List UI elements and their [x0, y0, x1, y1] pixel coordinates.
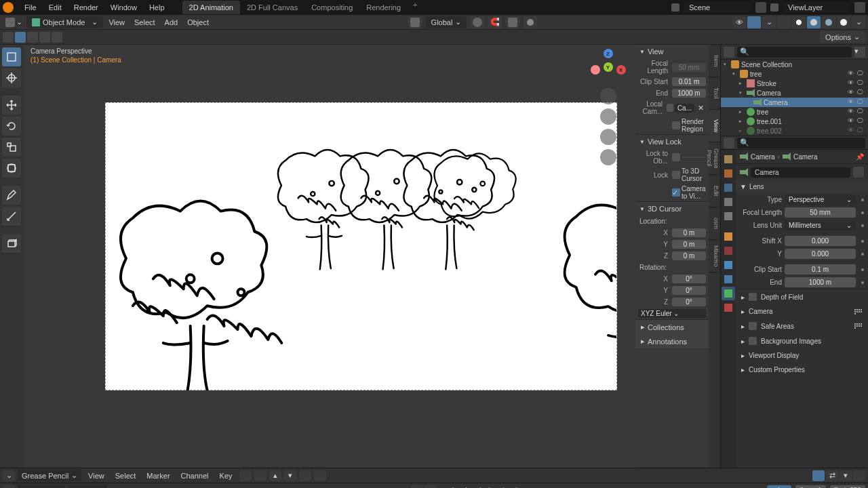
- ntab-tool[interactable]: Tool: [709, 77, 720, 110]
- localcam-eyedropper[interactable]: [667, 104, 673, 112]
- snap-toggle[interactable]: 🧲: [488, 16, 502, 28]
- prop-tab-output[interactable]: [722, 167, 735, 180]
- scene-selector[interactable]: Scene: [684, 2, 751, 13]
- tool-cursor[interactable]: [2, 68, 21, 87]
- tool-settings-btn-5[interactable]: [52, 32, 62, 43]
- tool-settings-btn-2[interactable]: [15, 32, 26, 43]
- tool-select-box[interactable]: [2, 47, 21, 66]
- cursor-rot-y[interactable]: 0°: [672, 286, 706, 295]
- disable-icon[interactable]: 🖵: [857, 108, 865, 116]
- panel-viewlock-header[interactable]: ▼View Lock: [635, 135, 709, 148]
- header-add-menu[interactable]: Add: [161, 17, 182, 28]
- header-view-menu[interactable]: View: [104, 17, 129, 28]
- workspace-tab-rendering[interactable]: Rendering: [359, 1, 408, 14]
- prop-tab-material[interactable]: [722, 301, 735, 314]
- viewport-3d[interactable]: Camera Perspective (1) Scene Collection …: [24, 45, 635, 468]
- shading-material[interactable]: [822, 16, 835, 28]
- dopesheet-summary-toggle[interactable]: [812, 470, 825, 481]
- lens-unit-dropdown[interactable]: Millimeters⌄: [785, 220, 856, 230]
- panel-safeareas-header[interactable]: ▸Safe Areas: [736, 319, 868, 333]
- transform-orientation-icon[interactable]: [408, 16, 422, 28]
- menu-file[interactable]: File: [19, 2, 42, 13]
- outliner-row[interactable]: Camera 👁🖵: [721, 98, 868, 107]
- dopesheet-filter-3[interactable]: [853, 470, 865, 481]
- pan-gizmo[interactable]: [600, 108, 616, 125]
- tool-measure[interactable]: [2, 207, 21, 226]
- jump-end-button[interactable]: [513, 485, 525, 489]
- keyframe-prev-button[interactable]: [458, 485, 471, 489]
- transform-orientation-dropdown[interactable]: Global⌄: [426, 16, 467, 28]
- menu-window[interactable]: Window: [105, 2, 142, 13]
- play-reverse-button[interactable]: [472, 485, 484, 489]
- tool-add-primitive[interactable]: [2, 234, 21, 253]
- panel-annotations-header[interactable]: ▸Annotations: [635, 334, 709, 348]
- autokey-dropdown[interactable]: ⌄: [425, 485, 437, 489]
- breadcrumb-pin-icon[interactable]: 📌: [856, 153, 864, 161]
- orbit-gizmo[interactable]: Z Y X: [591, 49, 626, 84]
- tool-move[interactable]: [2, 96, 21, 115]
- prop-tab-modifier[interactable]: [722, 244, 735, 258]
- menu-edit[interactable]: Edit: [43, 2, 67, 13]
- panel-custom-props-header[interactable]: ▸Custom Properties: [736, 363, 868, 377]
- outliner-row[interactable]: ▸ tree 👁🖵: [721, 107, 868, 117]
- outliner-row[interactable]: ▾ Camera 👁🖵: [721, 88, 868, 98]
- outliner-editor-type[interactable]: [724, 47, 734, 58]
- tool-transform[interactable]: [2, 159, 21, 178]
- dopesheet-key-menu[interactable]: Key: [216, 470, 237, 481]
- prop-tab-world[interactable]: [722, 209, 735, 223]
- options-dropdown[interactable]: Options⌄: [820, 31, 865, 43]
- camera-name-field[interactable]: Camera: [751, 167, 850, 178]
- panel-3dcursor-header[interactable]: ▼3D Cursor: [635, 202, 709, 216]
- eye-icon[interactable]: 👁: [848, 98, 856, 106]
- eye-icon[interactable]: 👁: [848, 127, 856, 135]
- view-clipend-field[interactable]: 1000 m: [672, 89, 706, 98]
- ntab-view[interactable]: View: [709, 110, 720, 142]
- localcam-field[interactable]: Ca...: [675, 104, 694, 113]
- cursor-rot-z[interactable]: 0°: [672, 298, 706, 306]
- prop-tab-physics[interactable]: [722, 258, 735, 272]
- localcam-clear[interactable]: ✕: [696, 104, 706, 113]
- panel-view-header[interactable]: ▼View: [635, 45, 709, 58]
- cursor-loc-y[interactable]: 0 m: [672, 240, 706, 249]
- lens-type-dropdown[interactable]: Perspective⌄: [785, 195, 856, 205]
- shading-dropdown[interactable]: ⌄: [852, 16, 865, 28]
- proportional-toggle[interactable]: [524, 16, 537, 28]
- dopesheet-btn-2[interactable]: [254, 470, 267, 481]
- bgimages-enable-checkbox[interactable]: [749, 337, 757, 345]
- panel-dof-header[interactable]: ▸Depth of Field: [736, 289, 868, 304]
- outliner-scene-collection[interactable]: ▾ Scene Collection: [721, 60, 868, 69]
- dof-enable-checkbox[interactable]: [749, 293, 757, 301]
- viewlayer-selector[interactable]: ViewLayer: [783, 2, 850, 13]
- lock-camview-checkbox[interactable]: ✓: [672, 188, 680, 197]
- ntab-edit[interactable]: Edit: [709, 175, 720, 207]
- ntab-greasepencil[interactable]: Grease Pencil: [709, 142, 720, 175]
- outliner-display-mode[interactable]: [724, 138, 734, 148]
- outliner-filter[interactable]: ▾: [854, 47, 865, 58]
- dopesheet-btn-6[interactable]: [314, 470, 326, 481]
- visibility-dropdown[interactable]: 👁: [732, 16, 746, 28]
- lens-clipstart-field[interactable]: 0.1 m: [785, 264, 856, 274]
- eye-icon[interactable]: 👁: [848, 89, 856, 97]
- camera-gizmo[interactable]: [600, 129, 616, 145]
- disable-icon[interactable]: 🖵: [857, 127, 865, 135]
- lens-clipend-field[interactable]: 1000 m: [785, 277, 856, 287]
- render-region-checkbox[interactable]: [672, 121, 680, 129]
- perspective-gizmo[interactable]: [600, 149, 616, 165]
- keyframe-next-button[interactable]: [499, 485, 511, 489]
- tool-rotate[interactable]: [2, 117, 21, 136]
- lens-shifty-field[interactable]: 0.000: [785, 249, 856, 259]
- grid-icon[interactable]: [854, 323, 863, 329]
- tool-settings-btn-3[interactable]: [27, 32, 38, 43]
- prop-tab-object[interactable]: [722, 230, 735, 243]
- workspace-tab-compositing[interactable]: Compositing: [304, 1, 359, 14]
- pivot-dropdown[interactable]: [471, 16, 484, 28]
- timeline-editor-type[interactable]: ⌄: [3, 485, 15, 489]
- prop-tab-viewlayer[interactable]: [722, 181, 735, 195]
- editor-type-dropdown[interactable]: ⌄: [3, 16, 25, 28]
- snap-dropdown[interactable]: [506, 16, 519, 28]
- cursor-loc-x[interactable]: 0 m: [672, 228, 706, 237]
- menu-help[interactable]: Help: [144, 2, 170, 13]
- disable-icon[interactable]: 🖵: [857, 98, 865, 106]
- panel-camera-header[interactable]: ▸Camera: [736, 304, 868, 319]
- panel-viewport-display-header[interactable]: ▸Viewport Display: [736, 348, 868, 363]
